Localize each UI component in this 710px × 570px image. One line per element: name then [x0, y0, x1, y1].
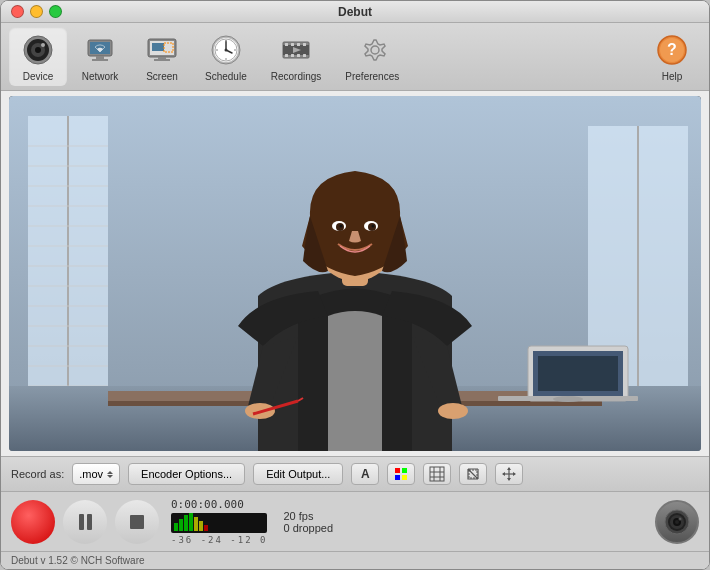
- toolbar: Device Network: [1, 23, 709, 91]
- schedule-label: Schedule: [205, 71, 247, 82]
- help-button[interactable]: ? Help: [643, 27, 701, 86]
- svg-rect-11: [152, 43, 164, 51]
- network-icon: [81, 31, 119, 69]
- svg-rect-12: [158, 57, 166, 59]
- effects-button[interactable]: [423, 463, 451, 485]
- controls-bar: Record as: .mov Encoder Options... Edit …: [1, 456, 709, 491]
- window-controls: [11, 5, 62, 18]
- app-title: Debut: [338, 5, 372, 19]
- svg-rect-83: [430, 467, 444, 481]
- svg-rect-31: [285, 54, 288, 57]
- stop-icon: [130, 515, 144, 529]
- toolbar-item-network[interactable]: Network: [71, 27, 129, 86]
- preferences-icon: [353, 31, 391, 69]
- dropped-frames: 0 dropped: [283, 522, 333, 534]
- svg-point-66: [553, 396, 583, 402]
- toolbar-item-screen[interactable]: Screen: [133, 27, 191, 86]
- device-icon: [19, 31, 57, 69]
- svg-rect-81: [395, 475, 400, 480]
- app-window: Debut Device: [0, 0, 710, 570]
- minimize-button[interactable]: [30, 5, 43, 18]
- toolbar-items: Device Network: [9, 27, 409, 86]
- screen-icon: [143, 31, 181, 69]
- crop-icon: [465, 466, 481, 482]
- svg-marker-92: [507, 478, 511, 481]
- toolbar-item-recordings[interactable]: Recordings: [261, 27, 332, 86]
- color-icon: [393, 466, 409, 482]
- toolbar-item-device[interactable]: Device: [9, 27, 67, 86]
- recordings-label: Recordings: [271, 71, 322, 82]
- camera-icon: [655, 500, 699, 544]
- svg-point-74: [372, 225, 375, 228]
- titlebar: Debut: [1, 1, 709, 23]
- svg-rect-32: [291, 54, 294, 57]
- svg-point-20: [224, 49, 227, 52]
- camera-svg: [663, 508, 691, 536]
- svg-rect-34: [303, 54, 306, 57]
- format-select[interactable]: .mov: [72, 463, 120, 485]
- svg-point-100: [679, 517, 682, 520]
- device-label: Device: [23, 71, 54, 82]
- fps-value: 20 fps: [283, 510, 333, 522]
- text-icon: A: [361, 467, 370, 481]
- schedule-icon: [207, 31, 245, 69]
- screen-label: Screen: [146, 71, 178, 82]
- svg-point-73: [340, 225, 343, 228]
- svg-point-76: [438, 403, 468, 419]
- svg-rect-64: [538, 356, 618, 391]
- svg-rect-8: [92, 59, 108, 61]
- pause-button[interactable]: [63, 500, 107, 544]
- svg-point-99: [675, 520, 679, 524]
- timecode: 0:00:00.000: [171, 498, 267, 511]
- svg-rect-82: [402, 475, 407, 480]
- meter-scale: -36 -24 -12 0: [171, 535, 267, 545]
- svg-point-4: [41, 43, 45, 47]
- svg-point-36: [371, 46, 379, 54]
- svg-marker-93: [502, 472, 505, 476]
- svg-marker-94: [513, 472, 516, 476]
- status-text: Debut v 1.52 © NCH Software: [11, 555, 145, 566]
- move-button[interactable]: [495, 463, 523, 485]
- effects-icon: [429, 466, 445, 482]
- network-label: Network: [82, 71, 119, 82]
- transport-bar: 0:00:00.000 -36 -24 -12 0 20 fps 0 dropp…: [1, 491, 709, 551]
- svg-rect-28: [291, 43, 294, 46]
- maximize-button[interactable]: [49, 5, 62, 18]
- toolbar-item-schedule[interactable]: Schedule: [195, 27, 257, 86]
- video-preview: [9, 96, 701, 451]
- color-button[interactable]: [387, 463, 415, 485]
- svg-rect-27: [285, 43, 288, 46]
- recordings-icon: [277, 31, 315, 69]
- help-label: Help: [662, 71, 683, 82]
- close-button[interactable]: [11, 5, 24, 18]
- svg-rect-33: [297, 54, 300, 57]
- svg-rect-30: [303, 43, 306, 46]
- pause-icon: [79, 514, 92, 530]
- stop-button[interactable]: [115, 500, 159, 544]
- status-bar: Debut v 1.52 © NCH Software: [1, 551, 709, 569]
- crop-button[interactable]: [459, 463, 487, 485]
- format-value: .mov: [79, 468, 103, 480]
- select-arrow-icon: [107, 471, 113, 478]
- edit-output-button[interactable]: Edit Output...: [253, 463, 343, 485]
- svg-text:?: ?: [667, 41, 677, 58]
- move-icon: [501, 466, 517, 482]
- svg-rect-29: [297, 43, 300, 46]
- svg-point-3: [35, 47, 41, 53]
- encoder-options-button[interactable]: Encoder Options...: [128, 463, 245, 485]
- text-overlay-button[interactable]: A: [351, 463, 379, 485]
- svg-marker-91: [507, 467, 511, 470]
- svg-rect-79: [395, 468, 400, 473]
- svg-rect-80: [402, 468, 407, 473]
- help-icon: ?: [653, 31, 691, 69]
- preferences-label: Preferences: [345, 71, 399, 82]
- toolbar-item-preferences[interactable]: Preferences: [335, 27, 409, 86]
- fps-info: 20 fps 0 dropped: [283, 510, 333, 534]
- svg-rect-13: [154, 59, 170, 61]
- svg-rect-7: [96, 56, 104, 59]
- record-button[interactable]: [11, 500, 55, 544]
- record-as-label: Record as:: [11, 468, 64, 480]
